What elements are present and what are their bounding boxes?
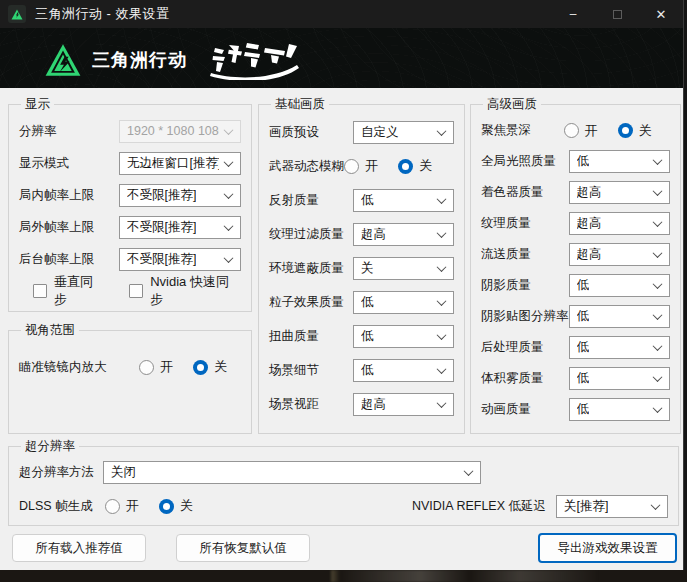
resolution-select: 1920 * 1080 1080p — [119, 120, 241, 143]
delta-force-logo-icon — [44, 42, 82, 78]
nvidia-reflex-select[interactable]: 关[推荐] — [556, 495, 668, 518]
group-super-resolution-title: 超分辨率 — [21, 438, 79, 455]
chevron-down-icon — [437, 228, 447, 238]
post-processing-row: 后处理质量 低 — [481, 332, 670, 363]
chevron-down-icon — [651, 500, 661, 510]
group-display-title: 显示 — [21, 96, 54, 113]
distortion-quality-select[interactable]: 低 — [353, 325, 454, 348]
window-controls: – ✕ — [551, 0, 683, 28]
chevron-down-icon — [652, 403, 662, 413]
app-icon — [8, 5, 26, 23]
load-recommended-button[interactable]: 所有载入推荐值 — [12, 534, 146, 562]
group-advanced-quality: 高级画质 聚焦景深 开 关 全局光照质量 低 着色器质量 — [470, 96, 681, 434]
shader-quality-select[interactable]: 超高 — [569, 181, 670, 204]
dlss-reflex-row: DLSS 帧生成 开 关 NVIDIA REFLEX 低延迟 关[推荐] — [19, 491, 668, 521]
global-illumination-row: 全局光照质量 低 — [481, 146, 670, 177]
export-settings-button[interactable]: 导出游戏效果设置 — [538, 533, 677, 563]
ingame-fps-cap-select[interactable]: 不受限[推荐] — [119, 184, 241, 207]
particle-quality-select[interactable]: 低 — [353, 291, 454, 314]
scene-detail-row: 场景细节 低 — [269, 353, 454, 387]
radio-icon — [564, 123, 579, 138]
dlss-frame-gen-radio-off[interactable]: 关 — [159, 497, 193, 515]
chevron-down-icon — [652, 186, 662, 196]
view-distance-select[interactable]: 超高 — [353, 393, 454, 416]
depth-of-field-radio-off[interactable]: 关 — [618, 122, 652, 140]
chevron-down-icon — [652, 372, 662, 382]
texture-filtering-quality-select[interactable]: 超高 — [353, 223, 454, 246]
quality-preset-select[interactable]: 自定义 — [353, 121, 454, 144]
group-fov: 视角范围 瞄准镜镜内放大 开 关 — [8, 322, 252, 434]
scene-detail-select[interactable]: 低 — [353, 359, 454, 382]
chevron-down-icon — [652, 279, 662, 289]
volumetric-fog-select[interactable]: 低 — [569, 367, 670, 390]
animation-quality-row: 动画质量 低 — [481, 394, 670, 425]
chevron-down-icon — [652, 155, 662, 165]
maximize-button[interactable] — [595, 0, 639, 28]
chevron-down-icon — [224, 157, 234, 167]
group-basic-quality: 基础画质 画质预设 自定义 武器动态模糊 开 关 反射质量 — [258, 96, 465, 434]
reflection-quality-row: 反射质量 低 — [269, 183, 454, 217]
dlss-frame-gen-radio-on[interactable]: 开 — [105, 497, 139, 515]
shadow-quality-select[interactable]: 低 — [569, 274, 670, 297]
minimize-button[interactable]: – — [551, 0, 595, 28]
background-fps-cap-row: 后台帧率上限 不受限[推荐] — [19, 243, 241, 275]
quality-preset-row: 画质预设 自定义 — [269, 115, 454, 149]
chevron-down-icon — [437, 296, 447, 306]
weapon-motion-blur-row: 武器动态模糊 开 关 — [269, 149, 454, 183]
depth-of-field-radio-on[interactable]: 开 — [564, 122, 598, 140]
shadow-quality-row: 阴影质量 低 — [481, 270, 670, 301]
brand-logo: 三角洲行动 — [44, 40, 301, 80]
weapon-motion-blur-radio-off[interactable]: 关 — [398, 157, 432, 175]
chevron-down-icon — [224, 221, 234, 231]
particle-quality-row: 粒子效果质量 低 — [269, 285, 454, 319]
reflection-quality-select[interactable]: 低 — [353, 189, 454, 212]
chevron-down-icon — [652, 217, 662, 227]
texture-quality-row: 纹理质量 超高 — [481, 208, 670, 239]
sync-checkbox-row: 垂直同步 Nvidia 快速同步 — [19, 275, 241, 307]
radio-checked-icon — [159, 499, 174, 514]
scope-magnification-radio-off[interactable]: 关 — [193, 358, 227, 376]
lobby-fps-cap-select[interactable]: 不受限[推荐] — [119, 216, 241, 239]
animation-quality-select[interactable]: 低 — [569, 398, 670, 421]
streaming-quality-select[interactable]: 超高 — [569, 243, 670, 266]
chevron-down-icon — [652, 310, 662, 320]
radio-checked-icon — [398, 159, 413, 174]
shadow-map-resolution-row: 阴影贴图分辨率 低 — [481, 301, 670, 332]
group-basic-quality-title: 基础画质 — [271, 96, 329, 113]
ambient-occlusion-quality-select[interactable]: 关 — [353, 257, 454, 280]
group-super-resolution: 超分辨率 超分辨率方法 关闭 DLSS 帧生成 开 关 NVIDIA REFLE… — [8, 438, 679, 526]
shadow-map-resolution-select[interactable]: 低 — [569, 305, 670, 328]
global-illumination-select[interactable]: 低 — [569, 150, 670, 173]
display-mode-label: 显示模式 — [19, 155, 119, 172]
vsync-checkbox[interactable]: 垂直同步 — [33, 273, 105, 309]
chevron-down-icon — [652, 248, 662, 258]
ambient-occlusion-quality-row: 环境遮蔽质量 关 — [269, 251, 454, 285]
close-button[interactable]: ✕ — [639, 0, 683, 28]
scope-magnification-radio-on[interactable]: 开 — [139, 358, 173, 376]
chevron-down-icon — [652, 341, 662, 351]
radio-checked-icon — [618, 123, 633, 138]
nvidia-fast-sync-checkbox[interactable]: Nvidia 快速同步 — [129, 273, 241, 309]
super-resolution-method-select[interactable]: 关闭 — [103, 461, 481, 484]
restore-defaults-button[interactable]: 所有恢复默认值 — [176, 534, 310, 562]
lobby-fps-cap-row: 局外帧率上限 不受限[推荐] — [19, 211, 241, 243]
chevron-down-icon — [437, 364, 447, 374]
depth-of-field-row: 聚焦景深 开 关 — [481, 115, 670, 146]
calligraphy-logo-icon — [209, 40, 301, 80]
display-mode-select[interactable]: 无边框窗口[推荐] — [119, 152, 241, 175]
weapon-motion-blur-radio-on[interactable]: 开 — [344, 157, 378, 175]
background-fps-cap-label: 后台帧率上限 — [19, 251, 119, 268]
scope-magnification-row: 瞄准镜镜内放大 开 关 — [19, 351, 241, 383]
chevron-down-icon — [437, 330, 447, 340]
radio-icon — [139, 360, 154, 375]
texture-quality-select[interactable]: 超高 — [569, 212, 670, 235]
shader-quality-row: 着色器质量 超高 — [481, 177, 670, 208]
group-advanced-quality-title: 高级画质 — [483, 96, 541, 113]
radio-icon — [344, 159, 359, 174]
chevron-down-icon — [224, 189, 234, 199]
chevron-down-icon — [464, 466, 474, 476]
post-processing-select[interactable]: 低 — [569, 336, 670, 359]
radio-checked-icon — [193, 360, 208, 375]
background-fps-cap-select[interactable]: 不受限[推荐] — [119, 248, 241, 271]
checkbox-icon — [33, 284, 47, 298]
